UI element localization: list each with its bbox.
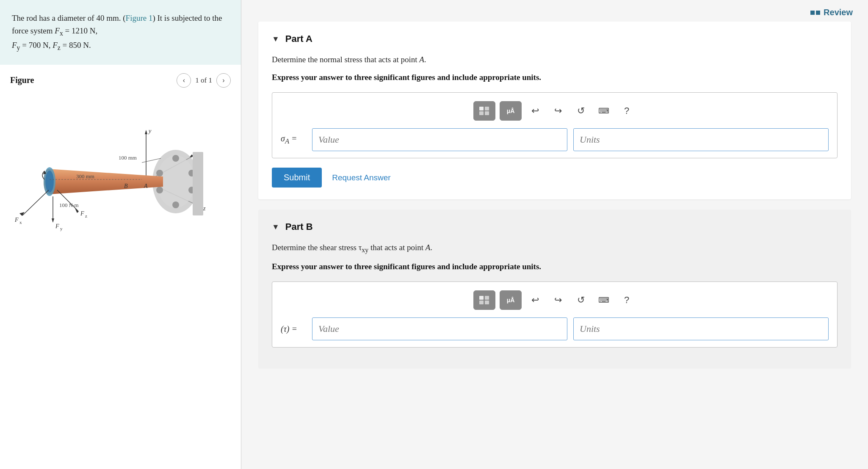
part-b-description: Determine the shear stress τxy that acts… [272, 242, 838, 255]
part-a-toolbar: μÅ ↩ ↪ ↺ ⌨ ? [281, 101, 829, 121]
part-a-units-input[interactable] [573, 128, 829, 151]
part-b-matrix-btn[interactable] [473, 290, 495, 310]
review-square-1 [810, 11, 815, 15]
review-label: Review [824, 8, 853, 17]
part-a-header: ▼ Part A [272, 33, 838, 44]
svg-rect-47 [485, 296, 489, 300]
part-a-refresh-btn[interactable]: ↺ [572, 102, 590, 120]
part-b-undo-btn[interactable]: ↩ [526, 291, 545, 309]
figure-image: y z x [10, 93, 231, 270]
svg-rect-17 [193, 152, 203, 215]
part-a-matrix-btn[interactable] [473, 101, 495, 121]
part-b-tau-subscript: xy [362, 246, 368, 254]
part-a-greek-btn[interactable]: μÅ [500, 101, 522, 121]
top-bar: Review [241, 0, 868, 22]
svg-marker-1 [145, 130, 147, 134]
right-panel: Review ▼ Part A Determine the normal str… [241, 0, 868, 469]
svg-rect-44 [479, 111, 484, 115]
svg-line-28 [22, 190, 49, 215]
part-b-redo-btn[interactable]: ↪ [549, 291, 567, 309]
part-b-value-input[interactable] [312, 317, 567, 340]
svg-marker-37 [52, 218, 54, 223]
part-b-help-btn[interactable]: ? [617, 291, 636, 309]
part-a-request-answer-link[interactable]: Request Answer [332, 173, 390, 182]
part-b-chevron: ▼ [272, 223, 279, 232]
svg-text:y: y [60, 226, 63, 231]
svg-text:300 mm: 300 mm [76, 173, 94, 179]
left-panel: The rod has a diameter of 40 mm. (Figure… [0, 0, 241, 469]
part-a-chevron: ▼ [272, 35, 279, 44]
part-b-refresh-btn[interactable]: ↺ [572, 291, 590, 309]
svg-point-16 [156, 187, 163, 193]
svg-text:A: A [144, 183, 148, 189]
part-a-submit-button[interactable]: Submit [272, 168, 322, 188]
figure-nav: ‹ 1 of 1 › [177, 73, 231, 88]
svg-text:100 mm: 100 mm [119, 154, 137, 161]
svg-text:F: F [80, 210, 84, 217]
part-a-instruction: Express your answer to three significant… [272, 72, 838, 83]
part-b-answer-box: μÅ ↩ ↪ ↺ ⌨ ? [272, 281, 838, 348]
svg-text:B: B [124, 183, 128, 189]
part-a-point: A [419, 55, 424, 64]
part-b-point: A [426, 243, 431, 252]
part-a-answer-box: μÅ ↩ ↪ ↺ ⌨ ? [272, 92, 838, 158]
svg-rect-49 [485, 301, 489, 304]
problem-statement: The rod has a diameter of 40 mm. (Figure… [0, 0, 241, 65]
svg-point-13 [156, 170, 163, 177]
part-b-equation-label: (τ) = [281, 324, 306, 334]
part-a-undo-btn[interactable]: ↩ [526, 102, 545, 120]
svg-text:F: F [14, 217, 19, 223]
part-b-header: ▼ Part B [272, 221, 838, 232]
part-a-equation-label: σA = [281, 134, 306, 146]
part-a-input-row: σA = [281, 128, 829, 151]
part-b-keyboard-btn[interactable]: ⌨ [594, 291, 613, 309]
mechanical-diagram-svg: y z x [11, 97, 231, 266]
svg-text:y: y [148, 128, 152, 134]
review-square-2 [816, 11, 820, 15]
review-button[interactable]: Review [810, 8, 853, 17]
part-a-title: Part A [285, 33, 312, 44]
part-a-keyboard-btn[interactable]: ⌨ [594, 102, 613, 120]
svg-marker-33 [75, 208, 79, 213]
svg-text:100 N·m: 100 N·m [59, 202, 79, 208]
svg-rect-42 [479, 107, 484, 110]
problem-text-before: The rod has a diameter of 40 mm. ( [12, 14, 126, 22]
matrix-icon-b [479, 295, 490, 305]
svg-rect-43 [485, 107, 489, 110]
svg-point-12 [172, 201, 179, 208]
part-a-redo-btn[interactable]: ↪ [549, 102, 567, 120]
svg-rect-48 [479, 301, 484, 304]
review-icon [810, 11, 820, 15]
figure-section: Figure ‹ 1 of 1 › y z [0, 65, 241, 469]
part-a-description: Determine the normal stress that acts at… [272, 54, 838, 66]
svg-text:z: z [203, 205, 206, 212]
part-a-action-row: Submit Request Answer [272, 168, 838, 188]
svg-text:z: z [85, 213, 87, 218]
svg-text:F: F [55, 223, 59, 229]
figure-next-button[interactable]: › [216, 73, 231, 88]
part-b-greek-btn[interactable]: μÅ [500, 290, 522, 310]
figure-nav-count: 1 of 1 [195, 76, 212, 85]
part-b-toolbar: μÅ ↩ ↪ ↺ ⌨ ? [281, 290, 829, 310]
svg-text:x: x [19, 220, 22, 225]
svg-rect-46 [479, 296, 484, 300]
svg-point-21 [45, 171, 54, 193]
figure-prev-button[interactable]: ‹ [177, 73, 191, 88]
part-a-value-input[interactable] [312, 128, 567, 151]
svg-point-11 [172, 155, 179, 162]
figure-header: Figure ‹ 1 of 1 › [10, 73, 231, 88]
part-b-section: ▼ Part B Determine the shear stress τxy … [258, 210, 851, 369]
part-b-units-input[interactable] [573, 317, 829, 340]
part-a-help-btn[interactable]: ? [617, 102, 636, 120]
part-b-instruction: Express your answer to three significant… [272, 261, 838, 273]
content-area: ▼ Part A Determine the normal stress tha… [241, 22, 868, 469]
figure-link[interactable]: Figure 1 [126, 14, 153, 22]
matrix-icon [479, 106, 490, 116]
part-b-title: Part B [285, 221, 313, 232]
part-b-input-row: (τ) = [281, 317, 829, 340]
figure-title: Figure [10, 75, 34, 85]
svg-rect-45 [485, 111, 489, 115]
part-a-section: ▼ Part A Determine the normal stress tha… [258, 22, 851, 199]
